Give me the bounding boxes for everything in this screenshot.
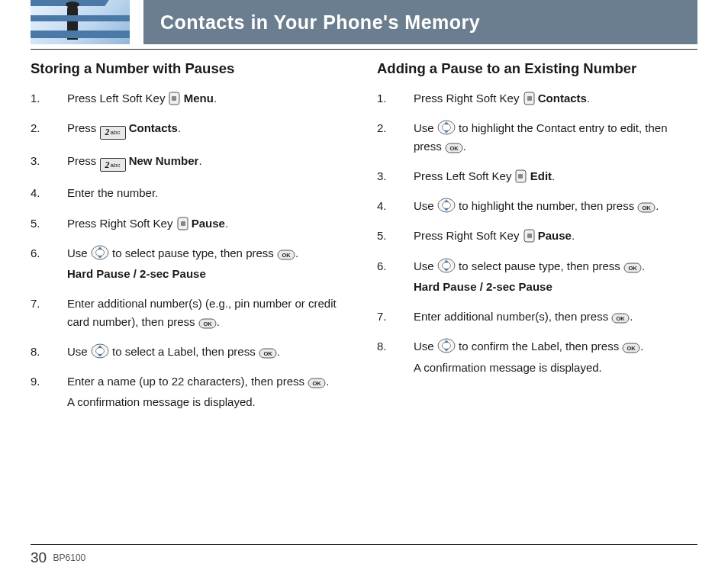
page-footer: 30 BP6100 [31, 544, 697, 566]
svg-point-11 [95, 347, 104, 354]
step-item: Enter a name (up to 22 characters), then… [31, 372, 351, 411]
step-item: Press 2abc Contacts. [31, 119, 351, 140]
step-item: Use to highlight the number, then press … [377, 197, 697, 214]
step-item: Enter the number. [31, 184, 351, 201]
step-keyword: Contacts [538, 92, 587, 105]
section-heading-left: Storing a Number with Pauses [31, 60, 351, 77]
header-illustration [31, 0, 130, 44]
ok-key-icon: OK [622, 340, 640, 351]
ok-key-icon: OK [445, 140, 463, 151]
step-item: Press Right Soft Key Pause. [31, 214, 351, 232]
step-item: Use to select a Label, then press OK. [31, 343, 351, 360]
step-subnote: Hard Pause / 2-sec Pause [67, 265, 351, 282]
svg-point-27 [442, 202, 450, 209]
ok-key-icon: OK [198, 316, 217, 327]
step-item: Press Right Soft Key Contacts. [377, 89, 697, 107]
step-keyword: Menu [184, 92, 214, 105]
svg-rect-0 [172, 96, 176, 101]
svg-text:OK: OK [627, 345, 636, 352]
step-keyword: Edit [530, 169, 552, 182]
svg-point-3 [95, 249, 104, 256]
step-item: Press 2abc New Number. [31, 152, 351, 172]
ok-key-icon: OK [623, 260, 642, 271]
steps-list-right: Press Right Soft Key Contacts.Use to hig… [377, 89, 697, 376]
ok-key-icon: OK [611, 311, 630, 321]
nav-updown-icon [91, 343, 109, 359]
divider-bottom [31, 544, 697, 545]
svg-rect-25 [518, 174, 523, 179]
step-item: Enter additional number(s) (e.g., pin nu… [31, 295, 351, 330]
nav-updown-icon [437, 338, 456, 353]
step-keyword: Pause [192, 217, 225, 230]
left-column: Storing a Number with Pauses Press Left … [31, 60, 351, 424]
keypad-2abc-icon: 2abc [100, 158, 126, 172]
step-subnote: Hard Pause / 2-sec Pause [414, 278, 697, 295]
title-bar: Contacts in Your Phone's Memory [143, 0, 697, 44]
svg-text:OK: OK [449, 145, 459, 152]
step-subnote: A confirmation message is displayed. [414, 359, 697, 376]
step-keyword: New Number [129, 154, 199, 167]
nav-updown-icon [437, 120, 456, 135]
left-softkey-icon [515, 169, 527, 183]
svg-point-20 [442, 124, 450, 131]
nav-updown-icon [91, 245, 109, 260]
nav-updown-icon [437, 198, 456, 213]
left-softkey-icon [169, 92, 181, 105]
step-item: Use to confirm the Label, then press OK.… [377, 337, 697, 376]
page-header: Contacts in Your Phone's Memory [31, 0, 697, 44]
model-number: BP6100 [53, 552, 86, 563]
manual-page: Contacts in Your Phone's Memory Storing … [0, 0, 728, 583]
right-softkey-icon [523, 229, 535, 243]
step-item: Use to select pause type, then press OK.… [31, 244, 351, 283]
svg-text:OK: OK [617, 315, 626, 322]
ok-key-icon: OK [277, 247, 295, 258]
svg-text:OK: OK [282, 252, 291, 259]
right-column: Adding a Pause to an Existing Number Pre… [377, 60, 697, 424]
svg-point-34 [442, 262, 450, 269]
svg-rect-18 [527, 96, 532, 101]
step-item: Press Left Soft Key Menu. [31, 89, 351, 107]
step-item: Enter additional number(s), then press O… [377, 308, 697, 325]
keypad-2abc-icon: 2abc [100, 126, 126, 140]
svg-text:OK: OK [263, 350, 272, 357]
divider-top [31, 49, 697, 50]
svg-rect-1 [181, 221, 185, 226]
svg-rect-32 [527, 234, 532, 238]
svg-text:OK: OK [643, 205, 652, 211]
step-item: Press Left Soft Key Edit. [377, 167, 697, 185]
nav-updown-icon [437, 258, 456, 273]
ok-key-icon: OK [308, 375, 326, 386]
page-number: 30 [31, 549, 47, 565]
svg-text:OK: OK [313, 380, 322, 387]
steps-list-left: Press Left Soft Key Menu.Press 2abc Cont… [31, 89, 351, 411]
ok-key-icon: OK [259, 346, 277, 356]
step-keyword: Pause [538, 229, 572, 242]
step-subnote: A confirmation message is displayed. [67, 393, 351, 411]
section-heading-right: Adding a Pause to an Existing Number [377, 60, 697, 77]
step-item: Use to highlight the Contact entry to ed… [377, 119, 697, 155]
content-columns: Storing a Number with Pauses Press Left … [31, 60, 697, 424]
page-title: Contacts in Your Phone's Memory [160, 11, 480, 34]
ok-key-icon: OK [637, 200, 656, 211]
right-softkey-icon [176, 217, 188, 230]
step-keyword: Contacts [129, 121, 178, 134]
right-softkey-icon [523, 92, 535, 105]
svg-point-42 [442, 343, 450, 349]
svg-text:OK: OK [203, 320, 212, 327]
step-item: Use to select pause type, then press OK.… [377, 257, 697, 296]
svg-text:OK: OK [628, 265, 637, 272]
step-item: Press Right Soft Key Pause. [377, 227, 697, 244]
